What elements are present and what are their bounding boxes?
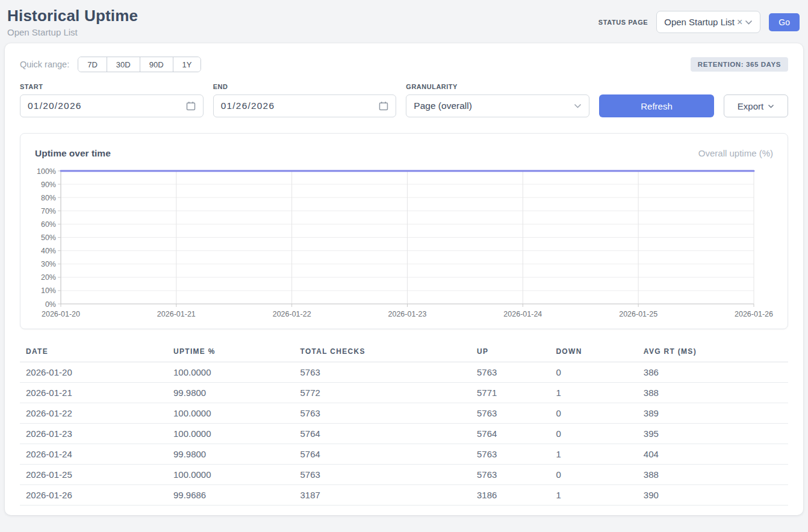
start-date-input[interactable]: 01/20/2026 bbox=[20, 94, 204, 117]
uptime-chart-plot: 0%10%20%30%40%50%60%70%80%90%100%2026-01… bbox=[35, 165, 773, 320]
table-cell: 5763 bbox=[471, 444, 550, 465]
chevron-down-icon bbox=[574, 104, 582, 108]
svg-text:2026-01-26: 2026-01-26 bbox=[735, 310, 773, 318]
table-cell: 390 bbox=[638, 485, 788, 506]
table-cell: 99.9686 bbox=[167, 485, 294, 506]
svg-text:40%: 40% bbox=[41, 247, 56, 255]
table-cell: 1 bbox=[550, 485, 637, 506]
quick-range-row: Quick range: 7D 30D 90D 1Y RETENTION: 36… bbox=[20, 57, 788, 72]
granularity-value: Page (overall) bbox=[414, 101, 574, 111]
table-cell: 5763 bbox=[294, 465, 471, 485]
start-date-value: 01/20/2026 bbox=[28, 101, 186, 111]
svg-text:2026-01-20: 2026-01-20 bbox=[42, 310, 80, 318]
page-title: Historical Uptime bbox=[7, 6, 138, 25]
granularity-select[interactable]: Page (overall) bbox=[406, 94, 589, 117]
table-row: 2026-01-2499.9800576457631404 bbox=[20, 444, 788, 465]
status-page-value: Open Startup List bbox=[664, 17, 735, 27]
uptime-chart-card: Uptime over time Overall uptime (%) 0%10… bbox=[20, 133, 788, 329]
table-column-header: AVG RT (MS) bbox=[638, 344, 788, 362]
quick-range-label: Quick range: bbox=[20, 60, 69, 69]
table-cell: 5764 bbox=[294, 424, 471, 444]
table-cell: 0 bbox=[550, 465, 637, 485]
granularity-field: GRANULARITY Page (overall) bbox=[406, 83, 589, 117]
table-cell: 0 bbox=[550, 362, 637, 383]
table-cell: 2026-01-21 bbox=[20, 383, 167, 403]
svg-text:2026-01-23: 2026-01-23 bbox=[388, 310, 427, 318]
table-cell: 389 bbox=[638, 403, 788, 424]
chevron-down-icon bbox=[745, 20, 753, 25]
svg-text:2026-01-25: 2026-01-25 bbox=[619, 310, 657, 318]
table-cell: 5764 bbox=[471, 424, 550, 444]
uptime-line-chart: 0%10%20%30%40%50%60%70%80%90%100%2026-01… bbox=[35, 165, 774, 320]
table-cell: 2026-01-22 bbox=[20, 403, 167, 424]
table-row: 2026-01-2199.9800577257711388 bbox=[20, 383, 788, 403]
uptime-table: DATEUPTIME %TOTAL CHECKSUPDOWNAVG RT (MS… bbox=[20, 344, 788, 506]
table-column-header: DOWN bbox=[550, 344, 637, 362]
table-cell: 100.0000 bbox=[167, 465, 294, 485]
status-page-select[interactable]: Open Startup List × bbox=[656, 11, 760, 33]
end-date-field: END 01/26/2026 bbox=[213, 83, 397, 117]
table-cell: 404 bbox=[638, 444, 788, 465]
page-heading: Historical Uptime Open Startup List bbox=[7, 6, 138, 39]
table-row: 2026-01-23100.0000576457640395 bbox=[20, 424, 788, 444]
svg-text:20%: 20% bbox=[41, 273, 56, 282]
table-cell: 2026-01-25 bbox=[20, 465, 167, 485]
table-cell: 100.0000 bbox=[167, 362, 294, 383]
table-cell: 5763 bbox=[294, 362, 471, 383]
chart-header: Uptime over time Overall uptime (%) bbox=[35, 148, 773, 159]
status-page-controls: STATUS PAGE Open Startup List × Go bbox=[598, 11, 800, 33]
table-column-header: UPTIME % bbox=[167, 344, 294, 362]
chart-legend: Overall uptime (%) bbox=[698, 148, 773, 158]
export-button[interactable]: Export bbox=[724, 94, 788, 117]
svg-text:90%: 90% bbox=[41, 181, 56, 189]
table-cell: 386 bbox=[638, 362, 788, 383]
table-cell: 5763 bbox=[471, 362, 550, 383]
end-date-input[interactable]: 01/26/2026 bbox=[213, 94, 397, 117]
table-cell: 388 bbox=[638, 383, 788, 403]
svg-text:60%: 60% bbox=[41, 220, 56, 229]
filter-fields-row: START 01/20/2026 END 01/26/2026 GRANULAR… bbox=[20, 83, 788, 117]
svg-text:70%: 70% bbox=[41, 207, 56, 215]
table-cell: 99.9800 bbox=[167, 444, 294, 465]
calendar-icon[interactable] bbox=[186, 101, 196, 111]
calendar-icon[interactable] bbox=[379, 101, 388, 111]
table-column-header: UP bbox=[471, 344, 550, 362]
start-date-field: START 01/20/2026 bbox=[20, 83, 204, 117]
table-cell: 99.9800 bbox=[167, 383, 294, 403]
export-label: Export bbox=[738, 101, 763, 111]
svg-text:2026-01-22: 2026-01-22 bbox=[273, 310, 311, 318]
end-label: END bbox=[213, 83, 397, 90]
svg-text:30%: 30% bbox=[41, 260, 56, 268]
table-row: 2026-01-20100.0000576357630386 bbox=[20, 362, 788, 383]
table-cell: 5763 bbox=[294, 403, 471, 424]
quick-range-7d-button[interactable]: 7D bbox=[78, 57, 107, 72]
clear-icon[interactable]: × bbox=[737, 17, 742, 27]
table-cell: 2026-01-26 bbox=[20, 485, 167, 506]
table-cell: 3187 bbox=[294, 485, 471, 506]
table-row: 2026-01-22100.0000576357630389 bbox=[20, 403, 788, 424]
table-cell: 100.0000 bbox=[167, 424, 294, 444]
uptime-table-body: 2026-01-20100.00005763576303862026-01-21… bbox=[20, 362, 788, 506]
table-row: 2026-01-2699.9686318731861390 bbox=[20, 485, 788, 506]
quick-range-30d-button[interactable]: 30D bbox=[107, 57, 140, 72]
table-column-header: DATE bbox=[20, 344, 167, 362]
table-cell: 2026-01-23 bbox=[20, 424, 167, 444]
uptime-table-head: DATEUPTIME %TOTAL CHECKSUPDOWNAVG RT (MS… bbox=[20, 344, 788, 362]
table-cell: 2026-01-24 bbox=[20, 444, 167, 465]
go-button[interactable]: Go bbox=[769, 13, 800, 31]
table-cell: 5772 bbox=[294, 383, 471, 403]
table-cell: 1 bbox=[550, 383, 637, 403]
refresh-button[interactable]: Refresh bbox=[599, 94, 714, 117]
table-cell: 388 bbox=[638, 465, 788, 485]
svg-text:100%: 100% bbox=[37, 167, 56, 176]
quick-range-90d-button[interactable]: 90D bbox=[140, 57, 173, 72]
table-cell: 3186 bbox=[471, 485, 550, 506]
page-header: Historical Uptime Open Startup List STAT… bbox=[0, 0, 808, 41]
table-cell: 5771 bbox=[471, 383, 550, 403]
table-header-row: DATEUPTIME %TOTAL CHECKSUPDOWNAVG RT (MS… bbox=[20, 344, 788, 362]
quick-range-1y-button[interactable]: 1Y bbox=[173, 57, 201, 72]
retention-badge: RETENTION: 365 DAYS bbox=[691, 57, 788, 72]
svg-text:2026-01-24: 2026-01-24 bbox=[503, 310, 542, 318]
end-date-value: 01/26/2026 bbox=[221, 101, 379, 111]
table-column-header: TOTAL CHECKS bbox=[294, 344, 471, 362]
